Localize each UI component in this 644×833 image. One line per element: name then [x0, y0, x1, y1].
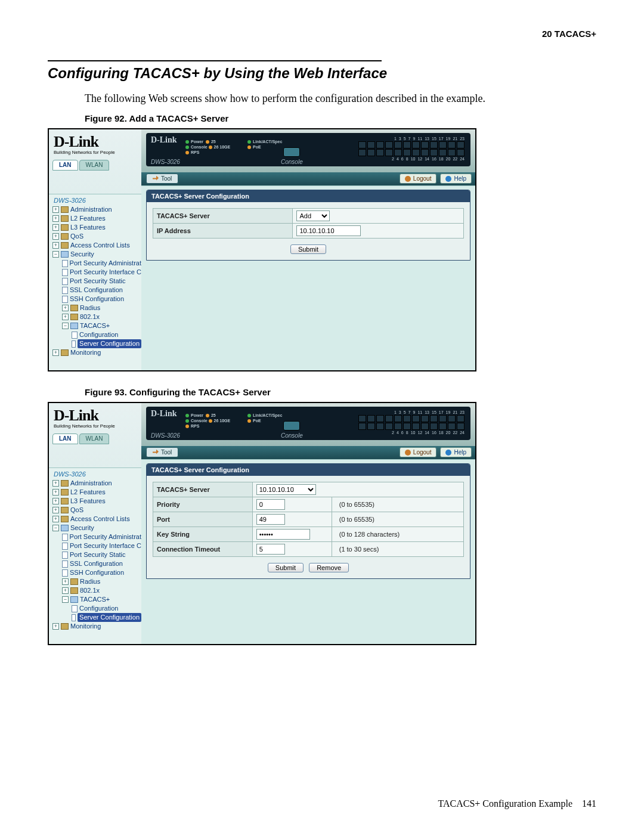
tacacs-panel: TACACS+ Server Configuration TACACS+ Ser…	[146, 190, 470, 261]
tree-item-8021x[interactable]: +802.1x	[51, 586, 141, 595]
tree-item-qos[interactable]: +QoS	[51, 506, 141, 515]
device-model: DWS-3026	[151, 159, 180, 165]
port-row-top	[358, 415, 465, 422]
timeout-input[interactable]	[256, 544, 285, 555]
help-button[interactable]: Help	[440, 447, 472, 457]
tree-item-8021x[interactable]: +802.1x	[51, 312, 141, 321]
tab-wlan[interactable]: WLAN	[79, 160, 110, 171]
tab-lan[interactable]: LAN	[52, 433, 78, 444]
tree-item-tacacs-config[interactable]: Configuration	[51, 330, 141, 339]
tree-item-ssl[interactable]: SSL Configuration	[51, 559, 141, 568]
logout-button[interactable]: Logout	[400, 174, 437, 184]
remove-button[interactable]: Remove	[309, 563, 349, 572]
port-row-bottom	[358, 423, 465, 430]
tree-item-monitoring[interactable]: +Monitoring	[51, 622, 141, 631]
figure93-caption: Figure 93. Configuring the TACACS+ Serve…	[85, 387, 596, 397]
tree-item-qos[interactable]: +QoS	[51, 232, 141, 241]
figure92-screenshot: D-Link Building Networks for People LAN …	[48, 128, 476, 371]
help-icon	[445, 450, 451, 456]
device-header: D-Link DWS-3026 Power 25 Console 26 10GE…	[141, 403, 475, 447]
dlink-tagline: Building Networks for People	[54, 150, 140, 155]
tree-item-pss[interactable]: Port Security Static	[51, 550, 141, 559]
label-port: Port	[153, 512, 253, 527]
tree-item-pss[interactable]: Port Security Static	[51, 277, 141, 286]
wrench-icon	[153, 176, 159, 182]
tree-item-tacacs[interactable]: −TACACS+	[51, 321, 141, 330]
wrench-icon	[153, 450, 159, 456]
tree-item-l3[interactable]: +L3 Features	[51, 497, 141, 506]
port-input[interactable]	[256, 514, 285, 525]
tool-button[interactable]: Tool	[146, 447, 178, 457]
tree-item-ssh[interactable]: SSH Configuration	[51, 295, 141, 304]
device-ports: 1357911131517192123 24681012141618202224	[358, 410, 465, 435]
tree-root[interactable]: DWS-3026	[49, 194, 141, 205]
tab-lan[interactable]: LAN	[52, 160, 78, 171]
tree-item-psi[interactable]: Port Security Interface C	[51, 541, 141, 550]
nav-tree: +Administration +L2 Features +L3 Feature…	[49, 479, 141, 631]
tree-item-ssl[interactable]: SSL Configuration	[51, 286, 141, 295]
port-hint: (0 to 65535)	[336, 516, 374, 523]
tree-item-ssh[interactable]: SSH Configuration	[51, 568, 141, 577]
tree-item-security[interactable]: −Security	[51, 250, 141, 259]
help-button[interactable]: Help	[440, 174, 472, 184]
tree-item-psi[interactable]: Port Security Interface C	[51, 268, 141, 277]
submit-button[interactable]: Submit	[290, 244, 326, 254]
logout-button[interactable]: Logout	[400, 447, 437, 457]
dlink-tagline: Building Networks for People	[54, 423, 140, 429]
priority-hint: (0 to 65535)	[336, 501, 374, 508]
port-nums-top: 1357911131517192123	[358, 137, 465, 141]
device-header: D-Link DWS-3026 Power 25 Console 26 10GE…	[141, 129, 475, 174]
dlink-logo: D-Link	[54, 407, 140, 425]
toolbar: Tool Logout Help	[141, 172, 475, 186]
tree-item-psa[interactable]: Port Security Administrat	[51, 259, 141, 268]
tree-item-radius[interactable]: +Radius	[51, 577, 141, 586]
port-nums-top: 1357911131517192123	[358, 410, 465, 414]
logout-icon	[405, 450, 411, 456]
server-action-select[interactable]: Add	[296, 210, 330, 221]
form-table: TACACS+ Server 10.10.10.10 Priority (0 t…	[153, 482, 464, 557]
tab-wlan[interactable]: WLAN	[79, 433, 110, 444]
device-leds: Power 25 Console 26 10GE RPS	[185, 139, 230, 155]
help-icon	[445, 176, 451, 182]
tree-item-acl[interactable]: +Access Control Lists	[51, 241, 141, 250]
tree-item-l3[interactable]: +L3 Features	[51, 223, 141, 232]
ip-input[interactable]	[296, 225, 361, 236]
tree-item-tacacs-config[interactable]: Configuration	[51, 604, 141, 613]
timeout-hint: (1 to 30 secs)	[336, 546, 379, 553]
device-ports: 1357911131517192123 24681012141618202224	[358, 137, 465, 161]
tree-item-tacacs[interactable]: −TACACS+	[51, 595, 141, 604]
tree-item-psa[interactable]: Port Security Administrat	[51, 532, 141, 541]
tacacs-panel: TACACS+ Server Configuration TACACS+ Ser…	[146, 463, 470, 579]
label-server: TACACS+ Server	[153, 209, 293, 224]
console-port-icon	[283, 421, 300, 431]
tree-item-l2[interactable]: +L2 Features	[51, 488, 141, 497]
tree-item-radius[interactable]: +Radius	[51, 304, 141, 312]
tree-root[interactable]: DWS-3026	[49, 468, 141, 479]
tree-item-tacacs-server[interactable]: Server Configuration	[51, 339, 141, 348]
tree-item-acl[interactable]: +Access Control Lists	[51, 515, 141, 524]
label-timeout: Connection Timeout	[153, 542, 253, 557]
tree-item-administration[interactable]: +Administration	[51, 479, 141, 488]
console-label: Console	[281, 432, 303, 439]
footer-text: TACACS+ Configuration Example	[438, 798, 573, 809]
key-input[interactable]	[256, 529, 310, 540]
priority-input[interactable]	[256, 499, 285, 510]
tree-item-l2[interactable]: +L2 Features	[51, 214, 141, 223]
server-select[interactable]: 10.10.10.10	[256, 484, 316, 495]
dlink-logo: D-Link	[54, 133, 140, 151]
label-priority: Priority	[153, 497, 253, 512]
logout-icon	[405, 176, 411, 182]
port-nums-bottom: 24681012141618202224	[358, 431, 465, 435]
label-server: TACACS+ Server	[153, 482, 253, 497]
label-ip: IP Address	[153, 224, 293, 239]
port-nums-bottom: 24681012141618202224	[358, 157, 465, 161]
port-row-bottom	[358, 149, 465, 156]
tree-item-monitoring[interactable]: +Monitoring	[51, 348, 141, 357]
submit-button[interactable]: Submit	[268, 563, 304, 572]
tree-item-security[interactable]: −Security	[51, 524, 141, 532]
panel-title: TACACS+ Server Configuration	[147, 464, 470, 476]
tree-item-administration[interactable]: +Administration	[51, 205, 141, 214]
console-port-icon	[283, 147, 300, 157]
tree-item-tacacs-server[interactable]: Server Configuration	[51, 613, 141, 622]
tool-button[interactable]: Tool	[146, 174, 178, 184]
